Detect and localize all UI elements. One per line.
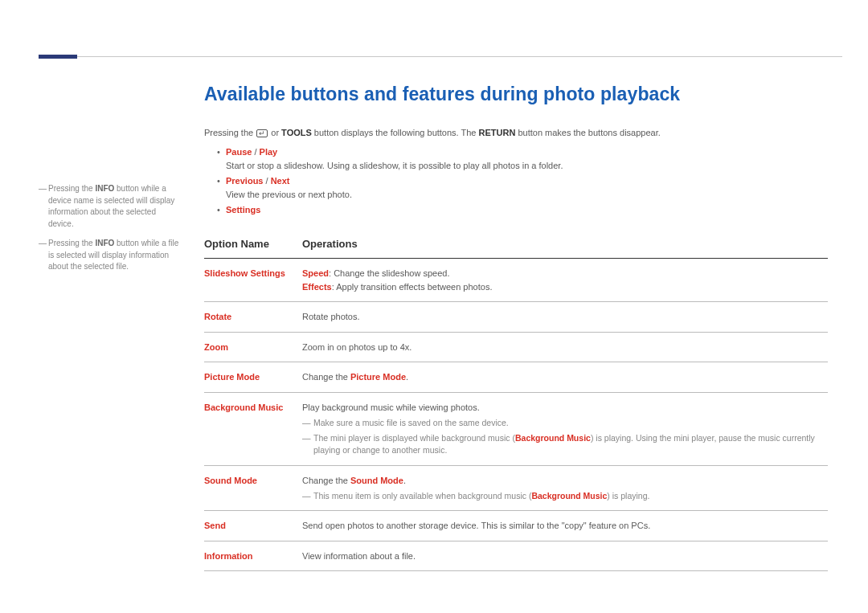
row-rotate: Rotate Rotate photos. bbox=[204, 302, 828, 333]
sidenote-2-bold: INFO bbox=[95, 239, 114, 247]
th-option-name: Option Name bbox=[204, 231, 302, 259]
row-sound-mode: Sound Mode Change the Sound Mode. This m… bbox=[204, 465, 828, 511]
bgm-note2: The mini player is displayed while backg… bbox=[302, 432, 825, 456]
opt-rotate: Rotate bbox=[204, 312, 231, 321]
bgm-note2-pre: The mini player is displayed while backg… bbox=[313, 433, 515, 443]
picture-post: . bbox=[406, 372, 408, 382]
bgm-note1: Make sure a music file is saved on the s… bbox=[302, 417, 825, 429]
next-label: Next bbox=[271, 176, 290, 186]
top-rule bbox=[39, 56, 842, 57]
pause-desc: Start or stop a slideshow. Using a slide… bbox=[226, 159, 828, 173]
opt-picture: Picture Mode bbox=[204, 372, 260, 382]
picture-pre: Change the bbox=[302, 372, 350, 382]
bullet-settings: Settings bbox=[217, 203, 828, 217]
opt-info: Information bbox=[204, 551, 253, 561]
bullet-pause-play: Pause / Play Start or stop a slideshow. … bbox=[217, 145, 828, 172]
opt-slideshow: Slideshow Settings bbox=[204, 268, 285, 278]
effects-text: : Apply transition effects between photo… bbox=[332, 282, 493, 292]
bullet-prev-next: Previous / Next View the previous or nex… bbox=[217, 174, 828, 201]
row-send: Send Send open photos to another storage… bbox=[204, 511, 828, 541]
send-text: Send open photos to another storage devi… bbox=[302, 521, 650, 530]
th-operations: Operations bbox=[302, 231, 828, 259]
sidebar-notes: Pressing the INFO button while a device … bbox=[39, 183, 182, 281]
sound-pre: Change the bbox=[302, 476, 350, 485]
sound-bold: Sound Mode bbox=[350, 476, 403, 485]
pause-label: Pause bbox=[226, 147, 252, 157]
sound-note-post: ) is playing. bbox=[607, 491, 649, 501]
intro-pre: Pressing the bbox=[204, 128, 256, 137]
main-content: Available buttons and features during ph… bbox=[204, 80, 828, 571]
bgm-note2-bold: Background Music bbox=[515, 433, 591, 443]
row-information: Information View information about a fil… bbox=[204, 541, 828, 571]
enter-button-icon bbox=[256, 129, 268, 137]
row-picture-mode: Picture Mode Change the Picture Mode. bbox=[204, 362, 828, 393]
row-slideshow: Slideshow Settings Speed: Change the sli… bbox=[204, 259, 828, 302]
row-background-music: Background Music Play background music w… bbox=[204, 392, 828, 465]
page-title: Available buttons and features during ph… bbox=[204, 80, 828, 108]
bgm-text: Play background music while viewing phot… bbox=[302, 401, 825, 415]
picture-bold: Picture Mode bbox=[350, 372, 406, 382]
speed-label: Speed bbox=[302, 268, 329, 278]
sidenote-1-bold: INFO bbox=[95, 184, 114, 193]
bullet-list: Pause / Play Start or stop a slideshow. … bbox=[217, 145, 828, 217]
play-label: Play bbox=[260, 147, 278, 157]
intro-mid: button displays the following buttons. T… bbox=[312, 128, 479, 137]
zoom-text: Zoom in on photos up to 4x. bbox=[302, 342, 411, 352]
accent-bar bbox=[39, 55, 77, 59]
previous-label: Previous bbox=[226, 176, 263, 186]
opt-bgm: Background Music bbox=[204, 403, 283, 412]
opt-send: Send bbox=[204, 521, 226, 530]
opt-sound: Sound Mode bbox=[204, 476, 257, 485]
intro-tools: TOOLS bbox=[281, 128, 312, 137]
intro-post: button makes the buttons disappear. bbox=[515, 128, 660, 137]
sound-note-pre: This menu item is only available when ba… bbox=[313, 491, 531, 501]
prev-desc: View the previous or next photo. bbox=[226, 188, 828, 202]
sidenote-2: Pressing the INFO button while a file is… bbox=[39, 238, 182, 273]
intro-paragraph: Pressing the or TOOLS button displays th… bbox=[204, 126, 828, 140]
row-zoom: Zoom Zoom in on photos up to 4x. bbox=[204, 332, 828, 362]
intro-return: RETURN bbox=[479, 128, 516, 137]
speed-text: : Change the slideshow speed. bbox=[329, 268, 449, 278]
sound-post: . bbox=[403, 476, 406, 485]
effects-label: Effects bbox=[302, 282, 332, 292]
sidenote-1: Pressing the INFO button while a device … bbox=[39, 183, 182, 230]
rotate-text: Rotate photos. bbox=[302, 312, 360, 321]
settings-table: Option Name Operations Slideshow Setting… bbox=[204, 231, 828, 572]
info-text: View information about a file. bbox=[302, 551, 416, 561]
settings-label: Settings bbox=[226, 205, 260, 215]
sound-note-bold: Background Music bbox=[531, 491, 607, 501]
sidenote-2-pre: Pressing the bbox=[48, 239, 95, 247]
sound-note: This menu item is only available when ba… bbox=[302, 490, 825, 502]
sidenote-1-pre: Pressing the bbox=[48, 184, 95, 193]
opt-zoom: Zoom bbox=[204, 342, 228, 352]
